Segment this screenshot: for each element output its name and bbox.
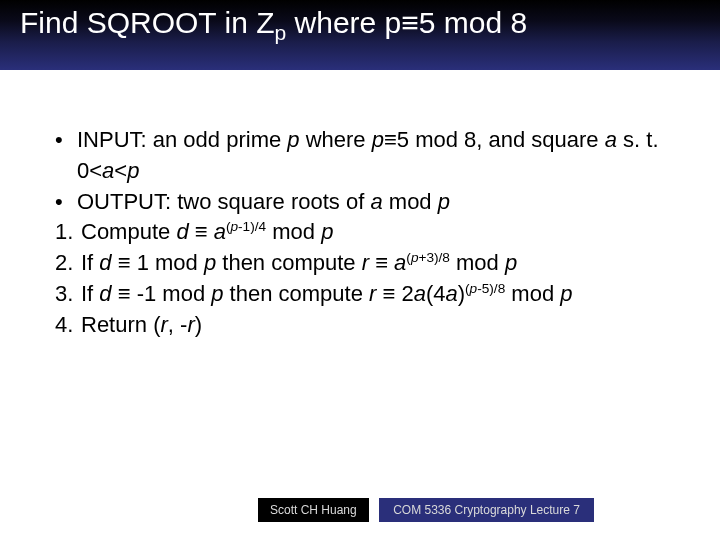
footer-author: Scott CH Huang [258,498,369,522]
step-text: If d ≡ -1 mod p then compute r ≡ 2a(4a)(… [81,279,690,310]
step-marker: 2. [55,248,81,279]
bullet-text: OUTPUT: two square roots of a mod p [77,187,690,218]
step-4: 4. Return (r, -r) [55,310,690,341]
slide: Find SQROOT in Zp where p≡5 mod 8 • INPU… [0,0,720,540]
step-2: 2. If d ≡ 1 mod p then compute r ≡ a(p+3… [55,248,690,279]
step-text: Return (r, -r) [81,310,690,341]
bullet-input: • INPUT: an odd prime p where p≡5 mod 8,… [55,125,690,187]
step-text: Compute d ≡ a(p-1)/4 mod p [81,217,690,248]
step-marker: 1. [55,217,81,248]
step-1: 1. Compute d ≡ a(p-1)/4 mod p [55,217,690,248]
bullet-text: INPUT: an odd prime p where p≡5 mod 8, a… [77,125,690,187]
step-text: If d ≡ 1 mod p then compute r ≡ a(p+3)/8… [81,248,690,279]
slide-footer: Scott CH Huang COM 5336 Cryptography Lec… [0,498,720,522]
footer-course: COM 5336 Cryptography Lecture 7 [379,498,594,522]
bullet-marker: • [55,187,77,218]
title-bar: Find SQROOT in Zp where p≡5 mod 8 [0,0,720,70]
step-marker: 3. [55,279,81,310]
step-3: 3. If d ≡ -1 mod p then compute r ≡ 2a(4… [55,279,690,310]
bullet-marker: • [55,125,77,187]
step-marker: 4. [55,310,81,341]
bullet-output: • OUTPUT: two square roots of a mod p [55,187,690,218]
slide-title: Find SQROOT in Zp where p≡5 mod 8 [20,6,700,45]
slide-content: • INPUT: an odd prime p where p≡5 mod 8,… [0,70,720,341]
